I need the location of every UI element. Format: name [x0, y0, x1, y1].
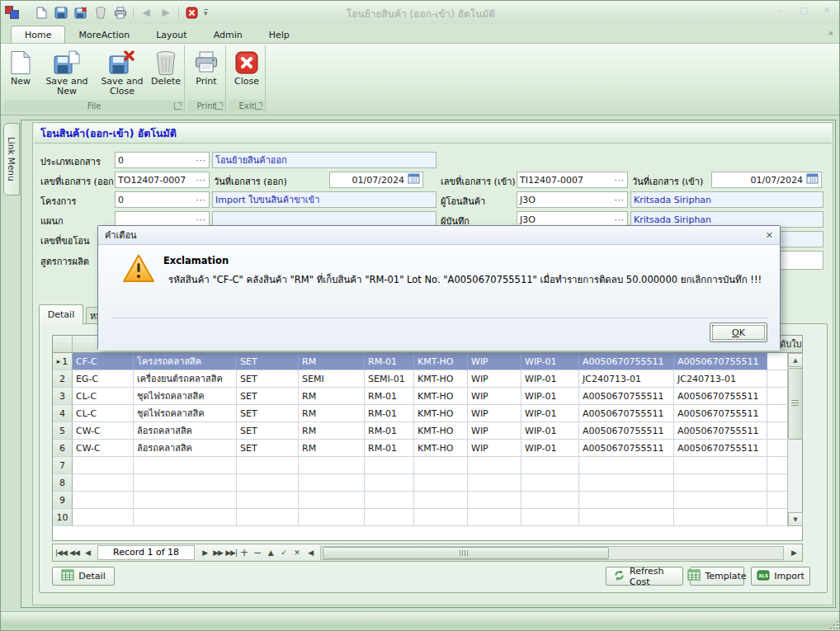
dialog-launcher-icon[interactable]	[255, 102, 262, 110]
grid-cell: A0050670755511	[579, 388, 674, 405]
table-row[interactable]: 3CL-CชุดไฟรถคลาสสิคSETRMRM-01KMT-HOWIPWI…	[53, 388, 802, 405]
table-row[interactable]: ▸1CF-CโครงรถคลาสสิคSETRMRM-01KMT-HOWIPWI…	[53, 353, 802, 370]
doc-date-in-field[interactable]: 01/07/2024	[711, 172, 822, 188]
ellipsis-icon[interactable]: ···	[614, 176, 625, 185]
tab-home[interactable]: Home	[11, 26, 65, 43]
nav-next-page-icon[interactable]: ▶▶	[211, 545, 224, 560]
nav-add-icon[interactable]: +	[238, 545, 251, 560]
svg-text:XLS: XLS	[758, 573, 768, 578]
grid-cell: WIP-01	[521, 405, 579, 422]
calendar-icon[interactable]	[806, 173, 819, 186]
label-doc-date-in: วันที่เอกสาร (เข้า)	[632, 174, 703, 187]
link-menu-tab[interactable]: Link Menu	[3, 123, 20, 195]
calendar-icon[interactable]	[408, 173, 420, 186]
tab-layout[interactable]: Layout	[143, 26, 200, 43]
import-button[interactable]: XLS Import	[751, 567, 810, 586]
grid-cell: CF-C	[73, 353, 134, 370]
close-button-ribbon[interactable]: Close	[229, 45, 265, 100]
table-row[interactable]: 8	[53, 474, 802, 492]
detail-button[interactable]: Detail	[52, 567, 115, 586]
resize-grip-icon[interactable]	[828, 619, 838, 629]
ribbon-group-exit: Close Exit	[229, 45, 266, 113]
scrollbar-thumb[interactable]	[788, 368, 803, 440]
forward-arrow-icon[interactable]: ▶	[158, 6, 173, 19]
doc-date-out-field[interactable]: 01/07/2024	[329, 172, 423, 188]
transfer-by-code-field[interactable]: J3O···	[517, 191, 628, 208]
print-icon[interactable]	[113, 6, 128, 19]
back-arrow-icon[interactable]: ◀	[139, 6, 153, 19]
hscrollbar-thumb[interactable]	[323, 547, 609, 559]
delete-button[interactable]: Delete	[148, 45, 184, 100]
table-row[interactable]: 10	[53, 509, 802, 526]
refresh-cost-button[interactable]: Refresh Cost	[606, 567, 683, 586]
dialog-launcher-icon[interactable]	[215, 102, 223, 110]
ellipsis-icon[interactable]: ···	[196, 195, 206, 205]
nav-first-icon[interactable]: |◀◀	[54, 545, 68, 560]
grid-cell	[579, 474, 674, 492]
tab-admin[interactable]: Admin	[201, 26, 256, 43]
ellipsis-icon[interactable]: ···	[614, 195, 625, 205]
new-document-icon[interactable]	[34, 6, 49, 19]
horizontal-scrollbar[interactable]	[320, 546, 784, 560]
table-row[interactable]: 5CW-Cล้อรถคลาสสิคSETRMRM-01KMT-HOWIPWIP-…	[53, 422, 802, 440]
grid-cell: KMT-HO	[414, 353, 468, 370]
save-icon[interactable]	[54, 6, 68, 19]
ellipsis-icon[interactable]: ···	[196, 176, 206, 185]
template-button[interactable]: Template	[690, 567, 744, 586]
hscroll-right-icon[interactable]: ▶	[787, 545, 800, 560]
nav-cancel-icon[interactable]: ✕	[290, 545, 304, 560]
dialog-separator	[112, 318, 767, 318]
nav-last-icon[interactable]: ▶▶|	[224, 545, 238, 560]
nav-next-icon[interactable]: ▶	[198, 545, 211, 560]
group-label-file: File	[87, 101, 101, 111]
maximize-button[interactable]: ▢	[796, 5, 811, 16]
doc-no-in-field[interactable]: TI12407-0007···	[517, 172, 628, 188]
nav-prev-page-icon[interactable]: ◀◀	[68, 545, 81, 560]
doc-no-out-field[interactable]: TO12407-0007···	[115, 172, 210, 188]
dialog-heading: Exclamation	[163, 255, 229, 266]
ok-button[interactable]: OK	[710, 323, 767, 342]
table-row[interactable]: 2EG-Cเครื่องยนต์รถคลาสสิคSETSEMISEMI-01K…	[53, 370, 802, 388]
new-button[interactable]: New	[4, 45, 37, 100]
print-button[interactable]: Print	[187, 45, 225, 100]
nav-delete-icon[interactable]: −	[251, 545, 264, 560]
nav-edit-icon[interactable]: ▲	[264, 545, 277, 560]
tab-moreaction[interactable]: MoreAction	[65, 26, 143, 43]
refresh-icon	[613, 569, 625, 584]
ellipsis-icon[interactable]: ···	[196, 156, 206, 165]
save-and-new-button[interactable]: Save and New	[37, 45, 97, 100]
nav-prev-icon[interactable]: ◀	[81, 545, 94, 560]
project-code-field[interactable]: 0···	[115, 191, 210, 208]
vertical-scrollbar[interactable]: ▲ ▼	[787, 353, 802, 526]
tab-help[interactable]: Help	[256, 26, 303, 43]
minimize-button[interactable]: –	[773, 5, 788, 16]
table-row[interactable]: 7	[53, 457, 802, 474]
grid-cell	[767, 422, 789, 440]
nav-endedit-icon[interactable]: ✓	[277, 545, 290, 560]
ellipsis-icon[interactable]: ···	[614, 215, 625, 224]
scroll-down-icon[interactable]: ▼	[788, 512, 803, 526]
detail-grid: ดับใบข ▸1CF-CโครงรถคลาสสิคSETRMRM-01KMT-…	[52, 335, 803, 541]
scroll-up-icon[interactable]: ▲	[788, 353, 803, 367]
qat-more-icon[interactable]: ▾	[204, 9, 208, 16]
hscroll-left-icon[interactable]: ◀	[304, 545, 317, 560]
grid-cell	[767, 509, 789, 526]
ellipsis-icon[interactable]: ···	[196, 215, 206, 224]
group-label-exit: Exit	[239, 101, 255, 111]
table-row[interactable]: 4CL-CชุดไฟรถคลาสสิคSETRMRM-01KMT-HOWIPWI…	[53, 405, 802, 422]
new-document-icon	[10, 49, 31, 77]
close-button[interactable]: ✕	[819, 5, 834, 16]
delete-icon[interactable]	[93, 6, 108, 19]
save-and-close-button[interactable]: Save and Close	[97, 45, 148, 100]
dialog-title-bar[interactable]: คำเตือน ✕	[98, 226, 780, 245]
label-bom: สูตรการผลิต	[40, 254, 89, 267]
table-row[interactable]: 9	[53, 492, 802, 509]
dialog-launcher-icon[interactable]	[174, 102, 182, 110]
table-row[interactable]: 6CW-Cล้อรถคลาสสิคSETRMRM-01KMT-HOWIPWIP-…	[53, 440, 802, 457]
dialog-close-icon[interactable]: ✕	[766, 230, 773, 241]
collapse-ribbon-icon[interactable]: »	[825, 31, 834, 35]
tab-detail[interactable]: Detail	[39, 304, 83, 324]
doc-type-code-field[interactable]: 0···	[115, 152, 210, 168]
close-red-icon[interactable]	[184, 6, 199, 19]
save-close-icon[interactable]	[73, 6, 88, 19]
